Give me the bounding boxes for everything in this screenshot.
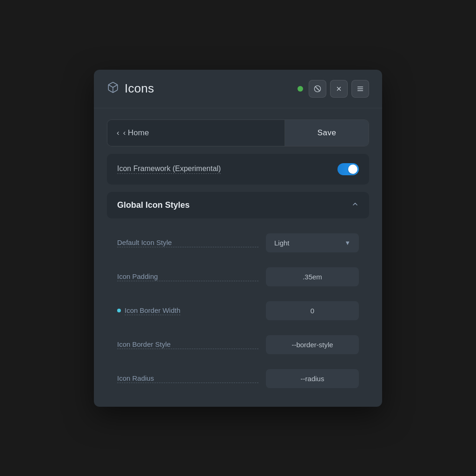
- icon-padding-input[interactable]: .35em: [266, 267, 359, 286]
- setting-row-icon-border-style: Icon Border Style --border-style: [107, 328, 369, 362]
- global-icon-styles-section: Global Icon Styles: [107, 192, 369, 218]
- app-icon: [107, 81, 119, 96]
- section-header[interactable]: Global Icon Styles: [107, 192, 369, 218]
- settings-list: Default Icon Style Light ▼ Icon Padding …: [107, 226, 369, 396]
- panel-title: Icons: [125, 81, 154, 96]
- save-button[interactable]: Save: [285, 120, 369, 146]
- home-label: ‹ Home: [123, 128, 149, 138]
- default-icon-style-dropdown[interactable]: Light ▼: [266, 233, 359, 252]
- menu-button[interactable]: [351, 80, 369, 98]
- icon-radius-input[interactable]: --radius: [266, 369, 359, 388]
- setting-label-icon-border-style: Icon Border Style: [117, 340, 258, 349]
- home-button[interactable]: ‹ ‹ Home: [107, 120, 285, 146]
- setting-label-icon-border-width: Icon Border Width: [125, 306, 180, 315]
- setting-label-default-icon-style: Default Icon Style: [117, 238, 258, 247]
- dropdown-arrow-icon: ▼: [344, 239, 350, 246]
- close-button[interactable]: [330, 80, 348, 98]
- chevron-up-icon: [351, 200, 359, 210]
- setting-label-icon-radius: Icon Radius: [117, 374, 258, 383]
- status-dot: [298, 86, 303, 92]
- icon-border-style-input[interactable]: --border-style: [266, 335, 359, 354]
- main-panel: Icons: [94, 70, 382, 407]
- panel-header: Icons: [94, 70, 382, 108]
- framework-row: Icon Framework (Experimental): [107, 154, 369, 185]
- nav-save-row: ‹ ‹ Home Save: [107, 119, 369, 146]
- setting-label-icon-padding: Icon Padding: [117, 272, 258, 281]
- section-title: Global Icon Styles: [117, 200, 190, 210]
- setting-label-group-border-width: Icon Border Width: [117, 306, 180, 315]
- framework-toggle[interactable]: [337, 163, 359, 175]
- panel-body: ‹ ‹ Home Save Icon Framework (Experiment…: [94, 108, 382, 407]
- setting-row-icon-padding: Icon Padding .35em: [107, 260, 369, 294]
- default-icon-style-value: Light: [274, 239, 290, 247]
- blue-dot-indicator: [117, 309, 121, 312]
- setting-row-icon-border-width: Icon Border Width 0: [107, 294, 369, 328]
- icon-border-width-input[interactable]: 0: [266, 301, 359, 320]
- header-controls: [298, 80, 369, 98]
- setting-row-default-icon-style: Default Icon Style Light ▼: [107, 226, 369, 260]
- title-group: Icons: [107, 81, 154, 96]
- pin-button[interactable]: [309, 80, 326, 98]
- home-chevron-icon: ‹: [117, 128, 119, 138]
- framework-label: Icon Framework (Experimental): [117, 165, 221, 174]
- setting-row-icon-radius: Icon Radius --radius: [107, 362, 369, 396]
